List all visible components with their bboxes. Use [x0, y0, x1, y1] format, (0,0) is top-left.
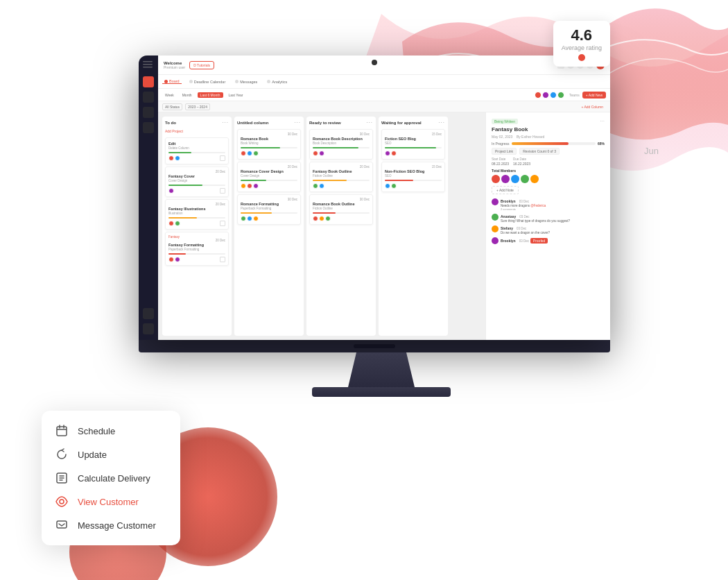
sidebar-calendar-icon[interactable]	[143, 92, 154, 103]
sidebar-menu-icon[interactable]	[143, 61, 154, 72]
comment-avatar	[492, 237, 499, 244]
tutorial-badge[interactable]: D Tutorials	[189, 61, 214, 69]
monitor-base	[312, 387, 451, 397]
status-select[interactable]: All Status	[162, 103, 182, 110]
table-row: 20 Dec Romance Cover Design Cover Design	[237, 162, 301, 192]
filter-year[interactable]: Last Year	[226, 92, 246, 98]
app-ui: Welcome Premium user D Tutorials	[139, 56, 610, 340]
filter-bar: Week Month Last 6 Month Last Year Teams …	[158, 89, 610, 101]
context-menu: Schedule Update Calculate Delivery	[42, 411, 180, 545]
table-row: 30 Dec Romance Formatting Paperback Form…	[237, 194, 301, 225]
table-row: 20 Dec Fantasy Cover Cover Design	[165, 167, 229, 197]
team-avatar-4	[557, 92, 564, 99]
filter-week[interactable]: Week	[162, 92, 177, 98]
detail-title: Fantasy Book	[492, 126, 605, 133]
teams-label: Teams	[569, 93, 580, 97]
rating-tooltip: 4.6 Average rating	[553, 21, 610, 67]
table-row: 30 Dec Romance Book Outline Fiction Outl…	[309, 194, 373, 225]
col-menu-todo[interactable]: ···	[222, 119, 229, 126]
svg-rect-3	[57, 427, 67, 436]
team-avatars	[535, 92, 564, 99]
table-row: 15 Dec Non-Fiction SEO Blog SEO	[381, 162, 445, 192]
tab-board[interactable]: Board	[162, 79, 182, 84]
member-5	[530, 175, 539, 183]
revision-count: Revision Count 0 of 3	[519, 148, 560, 155]
col-menu-untitled[interactable]: ···	[294, 119, 301, 126]
calculate-icon	[55, 472, 68, 484]
add-project-link[interactable]: Add Project	[165, 129, 229, 133]
detail-menu[interactable]: ···	[600, 118, 605, 124]
welcome-subtitle: Premium user	[164, 65, 185, 69]
team-avatar-3	[550, 92, 557, 99]
menu-item-schedule[interactable]: Schedule	[42, 419, 180, 443]
monitor-bezel	[139, 340, 610, 352]
kanban-board: To do ··· Add Project Edit Delete Column	[158, 112, 485, 340]
sidebar-settings-icon[interactable]	[143, 308, 154, 319]
table-row: 30 Dec Romance Book Book Writing	[237, 129, 301, 160]
kanban-col-untitled: Untitled column ··· 30 Dec Romance Book …	[234, 117, 304, 336]
menu-item-update[interactable]: Update	[42, 443, 180, 466]
menu-item-view-customer[interactable]: View Customer	[42, 490, 180, 513]
menu-item-message-customer[interactable]: Message Customer	[42, 513, 180, 537]
detail-status: Being Written	[492, 119, 518, 124]
member-avatars	[492, 175, 605, 183]
table-row: Fantasy 20 Dec Fantasy Formatting Paperb…	[165, 232, 229, 266]
schedule-icon	[55, 425, 68, 437]
comment-anastasy: Anastasy 03 Dec Sure thing! What type of…	[492, 214, 605, 223]
detail-panel: Being Written ··· Fantasy Book May 02, 2…	[485, 112, 610, 340]
comment-avatar	[492, 225, 499, 232]
svg-rect-12	[57, 521, 67, 528]
add-new-button[interactable]: + Add New	[582, 92, 606, 99]
detail-meta: May 02, 2023 By Esther Howard	[492, 135, 605, 139]
tab-messages[interactable]: Messages	[233, 80, 259, 84]
menu-item-calculate[interactable]: Calculate Delivery	[42, 466, 180, 490]
message-customer-icon	[55, 519, 68, 531]
table-row: 20 Dec Fantasy Illustrations Illustratio…	[165, 199, 229, 230]
year-badge: 2023 – 2024	[185, 103, 210, 110]
kanban-col-review: Ready to review ··· 30 Dec Romance Book …	[306, 117, 376, 336]
comment-stefany: Stefany 03 Dec Do we want a dragon on th…	[492, 225, 605, 234]
sidebar	[139, 56, 158, 340]
calculate-label: Calculate Delivery	[78, 473, 150, 484]
detail-progress: In Progress 68%	[492, 142, 605, 146]
col-menu-approval[interactable]: ···	[438, 119, 445, 126]
sidebar-board-icon[interactable]	[143, 76, 154, 87]
project-link[interactable]: Project Link	[492, 148, 517, 155]
detail-dates: Start Date 08.22.2023 Due Date 16.22.202…	[492, 157, 605, 166]
svg-rect-2	[143, 67, 153, 68]
sidebar-messages-icon[interactable]	[143, 107, 154, 118]
update-icon	[55, 448, 68, 461]
member-1	[492, 175, 500, 183]
table-row: 30 Dec Romance Book Description Book Des…	[309, 129, 373, 160]
detail-members-label: Total Members	[492, 169, 605, 173]
comment-brooklyn2: Brooklyn 03 Dec Proofed	[492, 237, 605, 244]
tab-deadline[interactable]: Deadline Calendar	[187, 80, 228, 84]
sidebar-analytics-icon[interactable]	[143, 122, 154, 133]
member-3	[511, 175, 519, 183]
svg-rect-0	[143, 61, 153, 62]
col-menu-review[interactable]: ···	[366, 119, 373, 126]
kanban-col-todo: To do ··· Add Project Edit Delete Column	[162, 117, 232, 336]
view-customer-icon	[55, 495, 68, 508]
monitor-stand	[340, 352, 423, 387]
sidebar-help-icon[interactable]	[143, 323, 154, 334]
rating-dot	[578, 54, 585, 61]
tab-analytics[interactable]: Analytics	[265, 80, 289, 84]
jun-label: Jun	[644, 146, 659, 156]
main-content: Welcome Premium user D Tutorials	[158, 56, 610, 340]
filter-month[interactable]: Month	[180, 92, 195, 98]
comment-avatar	[492, 214, 499, 221]
monitor-camera	[372, 60, 377, 65]
svg-point-11	[60, 500, 64, 504]
filter-6month[interactable]: Last 6 Month	[198, 92, 223, 98]
monitor: Welcome Premium user D Tutorials	[139, 56, 624, 397]
table-row: 15 Dec Fiction SEO Blog SEO	[381, 129, 445, 160]
comment-avatar	[492, 198, 499, 205]
member-4	[521, 175, 529, 183]
add-note-button[interactable]: + Add Note	[492, 186, 519, 194]
message-customer-label: Message Customer	[78, 520, 156, 531]
rating-value: 4.6	[562, 26, 602, 44]
add-column-button[interactable]: + Add Column	[578, 104, 606, 110]
proofed-badge: Proofed	[530, 238, 548, 244]
member-2	[501, 175, 510, 183]
